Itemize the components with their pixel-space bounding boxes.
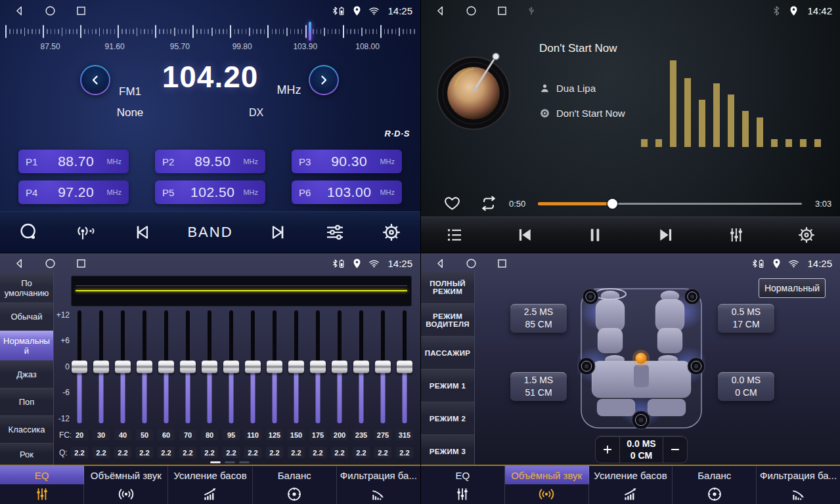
- seek-bar[interactable]: [538, 203, 802, 205]
- eq-band-slider[interactable]: [267, 310, 282, 423]
- eq-band-slider[interactable]: [93, 310, 109, 423]
- preset-p6[interactable]: P6103.00MHz: [292, 180, 402, 204]
- slider-knob[interactable]: [267, 361, 282, 373]
- favorite-heart-icon[interactable]: [443, 194, 461, 212]
- recents-icon[interactable]: [496, 257, 508, 270]
- preset-p3[interactable]: P390.30MHz: [292, 150, 402, 173]
- eq-preset-pop[interactable]: Поп: [0, 388, 53, 416]
- slider-knob[interactable]: [158, 361, 174, 373]
- scan-search-icon[interactable]: [18, 222, 39, 243]
- surround-icon[interactable]: [84, 484, 168, 504]
- tab-filter[interactable]: Фильтрация ба...: [757, 466, 840, 484]
- q-value[interactable]: 2.2: [223, 447, 240, 458]
- slider-knob[interactable]: [115, 361, 131, 373]
- eq-band-slider[interactable]: [180, 310, 196, 423]
- tab-bass-boost[interactable]: Усиление басов: [168, 466, 252, 484]
- fc-value[interactable]: 40: [114, 429, 131, 440]
- fc-value[interactable]: 30: [93, 429, 110, 440]
- mode-2[interactable]: РЕЖИМ 2: [421, 402, 474, 435]
- fc-value[interactable]: 125: [266, 429, 283, 440]
- slider-knob[interactable]: [93, 361, 109, 373]
- dial-pointer[interactable]: [309, 22, 311, 41]
- q-value[interactable]: 2.2: [374, 447, 391, 458]
- broadcast-antenna-icon[interactable]: [75, 222, 96, 243]
- eq-band-slider[interactable]: [288, 310, 304, 423]
- eq-band-slider[interactable]: [397, 310, 412, 423]
- q-value[interactable]: 2.2: [288, 447, 305, 458]
- equalizer-icon[interactable]: [726, 225, 746, 245]
- eq-preset-custom[interactable]: Обычай: [0, 303, 53, 331]
- back-icon[interactable]: [434, 257, 447, 270]
- q-value[interactable]: 2.2: [244, 447, 261, 458]
- fc-value[interactable]: 20: [71, 429, 88, 440]
- tune-up-button[interactable]: [309, 65, 339, 95]
- bass-boost-icon[interactable]: [589, 484, 673, 504]
- sound-preset-button[interactable]: Нормальный: [759, 278, 826, 298]
- filter-icon[interactable]: [757, 484, 840, 504]
- fc-value[interactable]: 95: [223, 429, 240, 440]
- mode-driver[interactable]: РЕЖИМ ВОДИТЕЛЯ: [421, 304, 474, 337]
- q-value[interactable]: 2.2: [266, 447, 283, 458]
- increase-delay-button[interactable]: [596, 436, 620, 463]
- eq-band-slider[interactable]: [202, 310, 217, 423]
- slider-knob[interactable]: [288, 361, 304, 373]
- recents-icon[interactable]: [496, 5, 508, 17]
- eq-preset-normal[interactable]: Нормальный: [0, 331, 53, 361]
- slider-knob[interactable]: [72, 361, 87, 373]
- tab-balance[interactable]: Баланс: [673, 466, 757, 484]
- mode-1[interactable]: РЕЖИМ 1: [421, 369, 474, 402]
- page-indicator[interactable]: [239, 461, 250, 463]
- slider-knob[interactable]: [353, 361, 369, 373]
- fc-value[interactable]: 315: [396, 429, 413, 440]
- band-button[interactable]: BAND: [187, 224, 232, 241]
- preset-p5[interactable]: P5102.50MHz: [155, 180, 265, 204]
- previous-track-icon[interactable]: [515, 225, 535, 245]
- slider-knob[interactable]: [397, 361, 412, 373]
- eq-icon[interactable]: [421, 484, 505, 504]
- q-value[interactable]: 2.2: [309, 447, 326, 458]
- slider-knob[interactable]: [223, 361, 239, 373]
- fc-value[interactable]: 50: [136, 429, 153, 440]
- frequency-dial[interactable]: [5, 24, 415, 39]
- fc-value[interactable]: 60: [158, 429, 175, 440]
- tab-surround[interactable]: Объёмный звук: [505, 466, 589, 484]
- q-value[interactable]: 2.2: [179, 447, 196, 458]
- q-value[interactable]: 2.2: [158, 447, 175, 458]
- surround-icon[interactable]: [505, 484, 589, 504]
- tab-filter[interactable]: Фильтрация ба...: [337, 466, 420, 484]
- q-value[interactable]: 2.2: [353, 447, 370, 458]
- recents-icon[interactable]: [75, 5, 87, 17]
- slider-knob[interactable]: [137, 361, 152, 373]
- home-icon[interactable]: [44, 5, 56, 17]
- fc-value[interactable]: 235: [353, 429, 370, 440]
- back-icon[interactable]: [13, 5, 26, 17]
- q-value[interactable]: 2.2: [201, 447, 218, 458]
- preset-p2[interactable]: P289.50MHz: [155, 150, 265, 173]
- slider-knob[interactable]: [180, 361, 196, 373]
- home-icon[interactable]: [465, 5, 477, 17]
- bass-boost-icon[interactable]: [168, 484, 252, 504]
- fc-value[interactable]: 80: [201, 429, 218, 440]
- eq-preset-rock[interactable]: Рок: [0, 444, 53, 465]
- q-value[interactable]: 2.2: [93, 447, 110, 458]
- eq-preset-classic[interactable]: Классика: [0, 416, 53, 444]
- slider-knob[interactable]: [202, 361, 217, 373]
- album-art-vinyl[interactable]: [435, 50, 512, 126]
- fc-value[interactable]: 275: [374, 429, 391, 440]
- fc-value[interactable]: 175: [309, 429, 326, 440]
- home-icon[interactable]: [465, 257, 477, 270]
- q-value[interactable]: 2.2: [114, 447, 131, 458]
- front-left-delay-button[interactable]: 2.5 MS 85 CM: [510, 304, 567, 333]
- slider-knob[interactable]: [375, 361, 391, 373]
- balance-icon[interactable]: [253, 484, 337, 504]
- tab-balance[interactable]: Баланс: [253, 466, 337, 484]
- mode-3[interactable]: РЕЖИМ 3: [421, 435, 474, 468]
- preset-p4[interactable]: P497.20MHz: [18, 180, 129, 204]
- preset-p1[interactable]: P188.70MHz: [18, 150, 129, 173]
- tab-surround[interactable]: Объёмный звук: [84, 466, 168, 484]
- rear-right-delay-button[interactable]: 0.0 MS 0 CM: [718, 372, 774, 401]
- eq-preset-jazz[interactable]: Джаз: [0, 361, 53, 388]
- eq-band-slider[interactable]: [375, 310, 391, 423]
- recents-icon[interactable]: [75, 257, 87, 270]
- q-value[interactable]: 2.2: [396, 447, 413, 458]
